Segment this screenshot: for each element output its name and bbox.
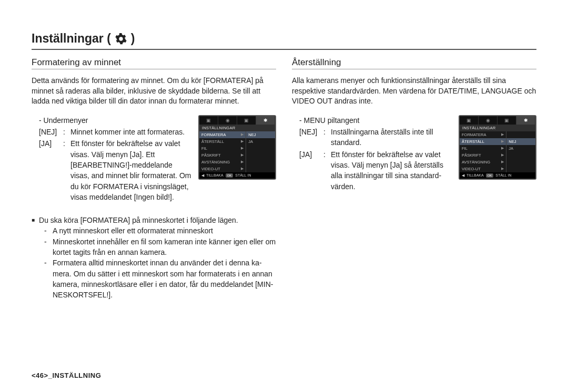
opt-nej-val-r: Inställningarna återställs inte till sta… (331, 127, 452, 148)
lcd-mi-videout: VIDEO-UT▶ (199, 166, 246, 172)
submenu-label: - Undermenyer (39, 115, 192, 126)
page-title-suffix: ) (131, 32, 135, 46)
lcd-mi-formatera-r: FORMATERA▶ (460, 131, 506, 138)
square-bullet-icon: ■ (32, 215, 35, 225)
lcd-screenshot-formatera: ▣ ◉ ▣ ✱ INSTÄLLNINGAR FORMATERA▶ ÅTERSTÄ… (198, 115, 276, 180)
lcd-opt-nej: NEJ (246, 131, 275, 138)
note-lead: Du ska köra [FORMATERA] på minneskortet … (39, 215, 238, 225)
page-title-prefix: Inställningar ( (32, 32, 111, 46)
intro-aterstallning: Alla kamerans menyer och funktionsinstäl… (292, 76, 536, 107)
dash-icon: - (44, 225, 49, 236)
note-item-a: A nytt minneskort eller ett oformaterat … (53, 225, 213, 236)
lcd-mi-aterstall: ÅTERSTÄLL▶ (199, 138, 246, 145)
note-item-b: Minneskortet innehåller en fil som kamer… (53, 236, 276, 258)
gear-icon (115, 33, 127, 45)
lcd-bar-back: TILLBAKA (206, 173, 224, 177)
lcd-bar-set: STÄLL IN (235, 173, 251, 177)
note-item-c: Formatera alltid minneskortet innan du a… (53, 257, 276, 300)
tab-settings-icon: ✱ (516, 116, 535, 125)
tab-display-icon: ▣ (498, 116, 516, 125)
lcd-bar-ok-r: OK (486, 173, 494, 178)
lcd-mi-aterstall-r: ÅTERSTÄLL▶ (460, 138, 506, 145)
lcd-mi-videout-r: VIDEO-UT▶ (460, 166, 506, 172)
opt-ja-val: Ett fönster för bekräftelse av valet vis… (70, 138, 192, 202)
dash-icon: - (44, 236, 49, 258)
lcd-mi-fil-r: FIL▶ (460, 145, 506, 152)
back-arrow-icon: ◀ (201, 173, 204, 178)
tab-sound-icon: ◉ (218, 116, 237, 125)
back-arrow-icon: ◀ (462, 173, 464, 178)
tab-camera-icon: ▣ (460, 116, 479, 125)
footer-label: _INSTÄLLNING (48, 372, 102, 379)
lcd-bar-back-r: TILLBAKA (466, 173, 484, 177)
lcd-bar-ok: OK (226, 173, 234, 178)
submenu-label-right: - MENU piltangent (299, 115, 452, 126)
lcd-mi-paskrift: PÅSKRIFT▶ (199, 152, 246, 159)
section-aterstallning: Återställning Alla kamerans menyer och f… (292, 57, 536, 301)
opt-ja-colon: : (63, 138, 67, 202)
tab-display-icon: ▣ (237, 116, 256, 125)
lcd-mi-fil: FIL▶ (199, 145, 246, 152)
heading-aterstallning: Återställning (292, 57, 536, 69)
lcd-opt-nej-r: NEJ (506, 138, 535, 145)
lcd-opt-ja-r: JA (506, 145, 535, 152)
opt-nej-colon: : (63, 127, 67, 137)
intro-formatering: Detta används för formatering av minnet.… (32, 76, 276, 107)
tab-sound-icon: ◉ (479, 116, 498, 125)
lcd-mi-formatera: FORMATERA▶ (199, 131, 246, 138)
dash-icon: - (44, 257, 49, 300)
opt-ja-val-r: Ett fönster för bekräftelse av valet vis… (331, 149, 452, 192)
lcd-header-r: INSTÄLLNINGAR (460, 125, 535, 131)
opt-nej-val: Minnet kommer inte att formateras. (70, 127, 192, 137)
lcd-mi-avstangning-r: AVSTÄNGNING▶ (460, 159, 506, 166)
lcd-bar-set-r: STÄLL IN (495, 173, 511, 177)
opt-nej-key-r: [NEJ] (299, 127, 320, 148)
lcd-screenshot-aterstall: ▣ ◉ ▣ ✱ INSTÄLLNINGAR FORMATERA▶ ÅTERSTÄ… (459, 115, 536, 180)
opt-nej-key: [NEJ] (39, 127, 60, 137)
heading-formatering: Formatering av minnet (32, 57, 276, 69)
lcd-header: INSTÄLLNINGAR (199, 125, 275, 131)
footer-page-number: <46> (32, 372, 48, 379)
opt-ja-key-r: [JA] (299, 149, 320, 192)
lcd-mi-paskrift-r: PÅSKRIFT▶ (460, 152, 506, 159)
tab-settings-icon: ✱ (256, 116, 275, 125)
page-footer: <46>_INSTÄLLNING (32, 372, 101, 379)
tab-camera-icon: ▣ (199, 116, 218, 125)
lcd-opt-ja: JA (246, 138, 275, 145)
opt-ja-key: [JA] (39, 138, 60, 202)
section-formatering: Formatering av minnet Detta används för … (32, 57, 276, 301)
opt-nej-colon-r: : (323, 127, 328, 148)
lcd-mi-avstangning: AVSTÄNGNING▶ (199, 159, 246, 166)
opt-ja-colon-r: : (323, 149, 328, 192)
page-title: Inställningar ( ) (32, 32, 536, 50)
